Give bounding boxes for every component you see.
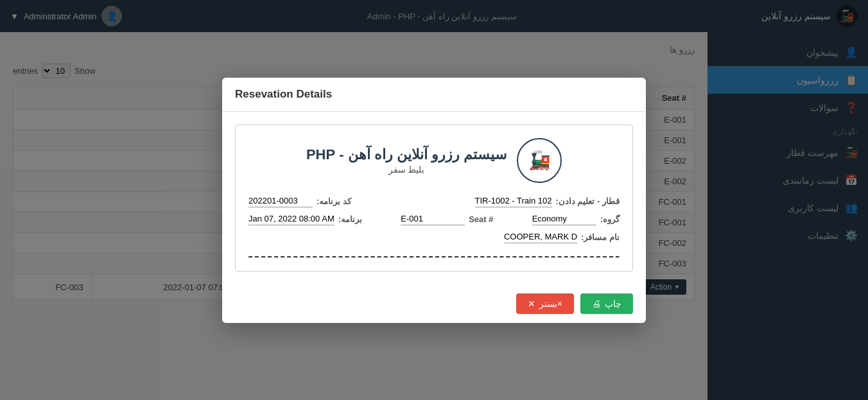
- ticket-divider: [248, 256, 620, 258]
- ticket-subtitle: بلیط سفر: [306, 164, 507, 175]
- close-icon: ✕: [528, 299, 535, 309]
- schedule-label: برنامه:: [338, 214, 362, 224]
- ticket-row-3: نام مسافر: COOPER, MARK D: [248, 232, 620, 243]
- train-value: TIR-1002 - Train 102: [475, 196, 552, 207]
- code-label: کد برنامه:: [317, 196, 351, 206]
- seat-label: # Seat: [469, 214, 493, 224]
- passenger-label: نام مسافر:: [581, 232, 620, 242]
- close-label: بستر×: [539, 299, 562, 309]
- ticket-title-block: سیستم رزرو آنلاین راه آهن - PHP بلیط سفر: [306, 146, 507, 175]
- modal-overlay[interactable]: Resevation Details سیستم رزرو آنلاین راه…: [0, 0, 868, 400]
- modal-title: Resevation Details: [235, 88, 332, 100]
- ticket-group-field: گروه: Economy: [532, 214, 620, 225]
- schedule-value: Jan 07, 2022 08:00 AM: [248, 214, 334, 225]
- print-label: چاپ: [605, 299, 621, 309]
- print-icon: 🖨: [592, 299, 601, 309]
- modal-header: Resevation Details: [222, 78, 646, 112]
- group-value: Economy: [532, 214, 596, 225]
- modal-footer: ✕ بستر× 🖨 چاپ: [222, 284, 646, 323]
- ticket-code-field: کد برنامه: 202201-0003: [248, 196, 351, 207]
- train-label: قطار - تعلیم دادن:: [556, 196, 620, 206]
- group-label: گروه:: [600, 214, 620, 224]
- code-value: 202201-0003: [248, 196, 313, 207]
- modal-body: سیستم رزرو آنلاین راه آهن - PHP بلیط سفر…: [222, 112, 646, 284]
- modal-print-button[interactable]: 🖨 چاپ: [580, 293, 633, 314]
- seat-value: E-001: [401, 214, 465, 225]
- ticket-logo-icon: 🚂: [517, 138, 562, 183]
- ticket-card: سیستم رزرو آنلاین راه آهن - PHP بلیط سفر…: [235, 125, 633, 272]
- ticket-seat-field: # Seat E-001: [401, 214, 493, 225]
- ticket-row-2: گروه: Economy # Seat E-001 برنامه: Jan 0…: [248, 214, 620, 225]
- ticket-passenger-field: نام مسافر: COOPER, MARK D: [504, 232, 620, 243]
- modal-close-button[interactable]: ✕ بستر×: [516, 293, 574, 314]
- ticket-details: قطار - تعلیم دادن: TIR-1002 - Train 102 …: [248, 196, 620, 243]
- passenger-value: COOPER, MARK D: [504, 232, 577, 243]
- ticket-header: سیستم رزرو آنلاین راه آهن - PHP بلیط سفر…: [248, 138, 620, 183]
- ticket-schedule-field: برنامه: Jan 07, 2022 08:00 AM: [248, 214, 362, 225]
- ticket-system-name: سیستم رزرو آنلاین راه آهن - PHP: [306, 146, 507, 163]
- ticket-row-1: قطار - تعلیم دادن: TIR-1002 - Train 102 …: [248, 196, 620, 207]
- ticket-train-field: قطار - تعلیم دادن: TIR-1002 - Train 102: [475, 196, 620, 207]
- reservation-details-modal: Resevation Details سیستم رزرو آنلاین راه…: [222, 78, 646, 323]
